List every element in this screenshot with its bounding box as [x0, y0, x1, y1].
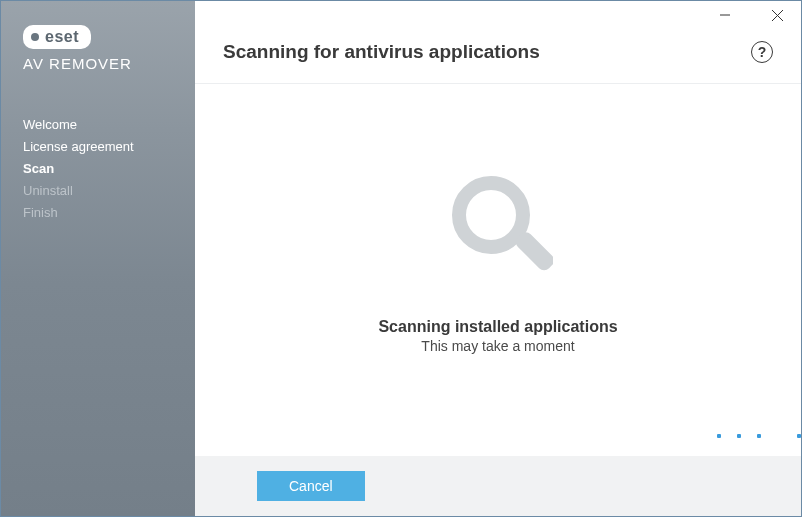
sidebar: eset AV REMOVER Welcome License agreemen… [1, 1, 195, 516]
page-header: Scanning for antivirus applications ? [195, 29, 801, 84]
sidebar-item-scan: Scan [23, 158, 195, 180]
page-title: Scanning for antivirus applications [223, 41, 540, 63]
brand: eset AV REMOVER [1, 25, 195, 72]
app-window: eset AV REMOVER Welcome License agreemen… [0, 0, 802, 517]
wizard-steps: Welcome License agreement Scan Uninstall… [1, 114, 195, 224]
titlebar [195, 1, 801, 29]
status-title: Scanning installed applications [378, 318, 617, 336]
help-button[interactable]: ? [751, 41, 773, 63]
close-button[interactable] [763, 5, 791, 25]
page-body: Scanning installed applications This may… [195, 84, 801, 456]
brand-subtitle: AV REMOVER [23, 55, 195, 72]
minimize-button[interactable] [711, 5, 739, 25]
cancel-button[interactable]: Cancel [257, 471, 365, 501]
brand-logo: eset [23, 25, 91, 49]
minimize-icon [719, 9, 731, 21]
search-icon [443, 170, 553, 290]
sidebar-item-welcome: Welcome [23, 114, 195, 136]
close-icon [771, 9, 784, 22]
footer: Cancel [195, 456, 801, 516]
svg-point-3 [459, 183, 523, 247]
sidebar-item-uninstall: Uninstall [23, 180, 195, 202]
status-subtitle: This may take a moment [421, 338, 574, 354]
help-icon: ? [758, 44, 767, 60]
sidebar-item-license: License agreement [23, 136, 195, 158]
sidebar-item-finish: Finish [23, 202, 195, 224]
main-panel: Scanning for antivirus applications ? Sc… [195, 1, 801, 516]
progress-indicator [389, 432, 801, 442]
